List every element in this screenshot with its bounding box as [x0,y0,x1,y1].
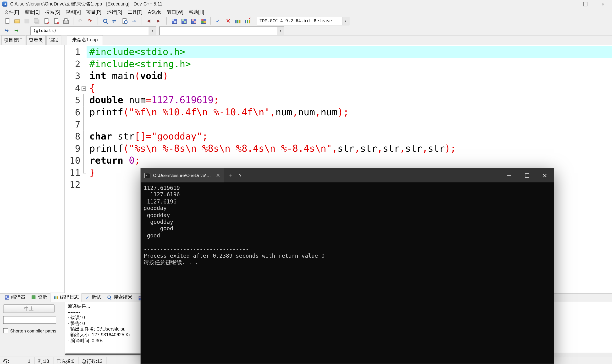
debug-icon [85,295,90,300]
find-in-files-button[interactable] [120,16,129,26]
shorten-paths-option[interactable]: Shorten compiler paths [3,328,61,333]
minimize-button[interactable] [558,0,576,8]
abort-compile-button[interactable] [223,16,233,26]
tab-label: 搜索结果 [114,294,132,300]
compiler-select[interactable]: TDM-GCC 4.9.2 64-bit Release ▾ [257,16,349,25]
line-number: 4 [65,82,80,94]
code-token: ) [163,70,168,81]
console-window[interactable]: C:\Users\leisure\OneDrive\文档 ✕ + ∨ ✕ 112… [141,168,554,364]
code-line[interactable]: 4{ [65,82,612,94]
toolbar-separator [73,17,73,25]
console-minimize-button[interactable] [500,168,518,182]
globals-select[interactable]: (globals) ▾ [30,26,156,35]
tab-compile-log[interactable]: 编译日志 [50,293,82,302]
code-line[interactable]: 6printf("%f\n %10.4f\n %-10.4f\n",num,nu… [65,106,612,118]
code-token: str [112,131,134,142]
sidebar-tab-project[interactable]: 项目管理 [1,35,25,45]
menu-item-astyle[interactable]: AStyle [145,9,164,15]
toolbar-groups [2,16,252,26]
compile-button[interactable] [169,16,178,26]
console-tab[interactable]: C:\Users\leisure\OneDrive\文档 ✕ [141,168,224,182]
status-column: 列:18 [35,357,53,364]
fold-marker-icon [80,118,87,131]
back-button[interactable] [145,16,154,26]
console-maximize-button[interactable] [518,168,536,182]
code-token: #include<stdio.h> [89,46,185,57]
back-icon [146,18,152,24]
find-button[interactable] [101,16,110,26]
forward-button[interactable] [154,16,164,26]
sidebar-tab-classes[interactable]: 查看类 [26,35,46,45]
maximize-button[interactable] [576,0,594,8]
code-line[interactable]: 9printf("%s\n %-8s\n %8s\n %8.4s\n %-8.4… [65,143,612,155]
code-token: str [383,143,400,154]
console-close-button[interactable]: ✕ [536,168,554,182]
code-text: #include<stdio.h> [87,46,612,58]
delete-profiling-button[interactable] [243,16,252,26]
goto-declaration-button[interactable] [3,26,12,35]
tab-compiler[interactable]: 编译器 [2,293,28,302]
save-all-button[interactable] [32,16,41,26]
menu-item-help[interactable]: 帮助[H] [186,8,207,16]
menu-item-view[interactable]: 视图[V] [63,8,83,16]
tab-dropdown-icon[interactable]: ∨ [239,173,242,177]
close-button[interactable]: × [594,0,612,8]
menu-item-window[interactable]: 窗口[W] [164,8,186,16]
new-file-button[interactable] [3,16,12,26]
code-token: void [140,70,163,81]
tab-search-results[interactable]: 搜索结果 [104,293,135,302]
bottom-panel-input[interactable] [3,316,56,324]
new-tab-button[interactable]: + [229,172,233,178]
open-file-button[interactable] [13,16,22,26]
console-output-line: good [144,232,554,239]
code-line[interactable]: 5double num=1127.619619; [65,94,612,106]
tab-label: 编译器 [11,294,25,300]
code-line[interactable]: 8char str[]="goodday"; [65,131,612,143]
project-browser-panel[interactable] [0,45,65,293]
window-controls: × [558,0,612,8]
close-all-button[interactable] [51,16,60,26]
scrollbar-thumb[interactable] [65,353,145,355]
sidebar-tab-debug[interactable]: 调试 [46,35,61,45]
undo-button[interactable] [76,16,85,26]
code-token: str [360,143,377,154]
run-icon [181,18,187,24]
fold-marker-icon [80,167,87,179]
profile-analysis-button[interactable] [233,16,242,26]
console-tab-close-icon[interactable]: ✕ [216,173,220,178]
tab-resources[interactable]: 资源 [28,293,50,302]
minimize-icon [507,175,511,176]
code-line[interactable]: 10return 0; [65,155,612,167]
run-button[interactable] [179,16,188,26]
editor-tab[interactable]: 未命名1.cpp [67,35,103,45]
print-button[interactable] [61,16,70,26]
maximize-icon [525,173,529,177]
code-line[interactable]: 1#include<stdio.h> [65,46,612,58]
menu-item-project[interactable]: 项目[P] [83,8,104,16]
menu-item-file[interactable]: 文件[F] [2,8,22,16]
replace-button[interactable] [111,16,120,26]
rebuild-all-button[interactable] [199,16,208,26]
menu-item-execute[interactable]: 运行[R] [104,8,125,16]
status-label: 列: [38,358,44,364]
goto-line-button[interactable] [130,16,139,26]
menu-item-tools[interactable]: 工具[T] [125,8,145,16]
close-file-button[interactable] [42,16,51,26]
abort-button[interactable]: 中止 [3,304,55,313]
tab-debug[interactable]: 调试 [82,293,104,302]
syntax-check-button[interactable] [214,16,223,26]
console-output[interactable]: 1127.619619 1127.6196 1127.6196goodday g… [141,182,554,364]
compile-run-button[interactable] [189,16,198,26]
shorten-compiler-paths-checkbox[interactable] [3,328,8,333]
menu-item-search[interactable]: 搜索[S] [42,8,63,16]
members-select[interactable]: ▾ [159,26,284,35]
goto-definition-button[interactable] [13,26,22,35]
code-text: char str[]="goodday"; [87,131,612,143]
code-line[interactable]: 3int main(void) [65,70,612,82]
compile-controls: 中止 Shorten compiler paths [0,302,64,356]
save-button[interactable] [22,16,31,26]
code-line[interactable]: 7 [65,118,612,131]
code-line[interactable]: 2#include<string.h> [65,58,612,70]
redo-button[interactable] [86,16,95,26]
menu-item-edit[interactable]: 编辑[E] [22,8,42,16]
